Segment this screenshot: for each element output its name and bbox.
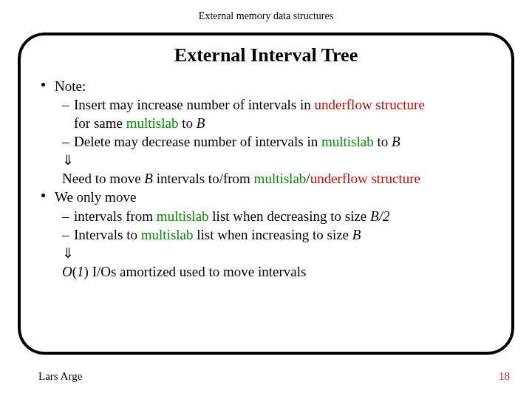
sub-delete: Delete may decrease number of intervals … xyxy=(35,132,497,151)
text: Insert may increase number of intervals … xyxy=(74,97,315,112)
term-multislab: multislab xyxy=(321,134,374,149)
bullet-dot-icon xyxy=(41,83,45,86)
term-multislab: multislab xyxy=(126,115,179,131)
slide-frame: External Interval Tree Note: Insert may … xyxy=(18,33,514,355)
text: intervals to/from xyxy=(153,171,254,186)
text: to xyxy=(178,115,196,131)
text: Intervals to xyxy=(74,227,141,242)
down-arrow-2: ⇓ xyxy=(35,244,497,262)
author-footer: Lars Arge xyxy=(38,370,82,383)
bullet-dot-icon xyxy=(41,194,45,197)
text: for same xyxy=(74,115,126,131)
text: to xyxy=(374,134,392,149)
slide-title: External Interval Tree xyxy=(35,44,497,66)
text: list when increasing to size xyxy=(194,227,352,242)
var-B2: B/2 xyxy=(370,208,389,224)
slide-body: Note: Insert may increase number of inte… xyxy=(35,77,497,281)
var-B: B xyxy=(352,227,361,242)
term-underflow: underflow structure xyxy=(315,97,425,112)
amortized-line: O(1) I/Os amortized used to move interva… xyxy=(35,262,497,281)
term-underflow: underflow structure xyxy=(310,171,420,186)
term-multislab: multislab xyxy=(254,171,307,186)
one: 1 xyxy=(77,264,84,279)
course-header: External memory data structures xyxy=(0,0,532,22)
page-number: 18 xyxy=(499,370,510,383)
term-multislab: multislab xyxy=(157,208,209,224)
text: I/Os amortized used to move intervals xyxy=(89,264,306,279)
var-B: B xyxy=(197,115,205,131)
term-multislab: multislab xyxy=(141,227,194,242)
text: list when decreasing to size xyxy=(209,208,370,224)
bullet-we-only: We only move xyxy=(35,188,497,206)
text: intervals from xyxy=(74,208,157,224)
text: Need to move xyxy=(62,171,144,186)
sub-insert-cont: for same multislab to B xyxy=(35,114,497,132)
down-double-arrow-icon: ⇓ xyxy=(62,152,74,168)
sub-insert: Insert may increase number of intervals … xyxy=(35,95,497,114)
text: Delete may decrease number of intervals … xyxy=(74,134,321,149)
need-move-line: Need to move B intervals to/from multisl… xyxy=(35,169,497,188)
bullet-note: Note: xyxy=(35,77,497,95)
note-label: Note: xyxy=(55,78,86,94)
var-B: B xyxy=(392,134,400,149)
sub-decrease: intervals from multislab list when decre… xyxy=(35,207,497,225)
big-O: O xyxy=(62,264,72,279)
var-B: B xyxy=(144,171,153,186)
text: We only move xyxy=(55,189,136,205)
down-arrow-1: ⇓ xyxy=(35,151,497,169)
down-double-arrow-icon: ⇓ xyxy=(62,245,74,261)
sub-increase: Intervals to multislab list when increas… xyxy=(35,225,497,244)
